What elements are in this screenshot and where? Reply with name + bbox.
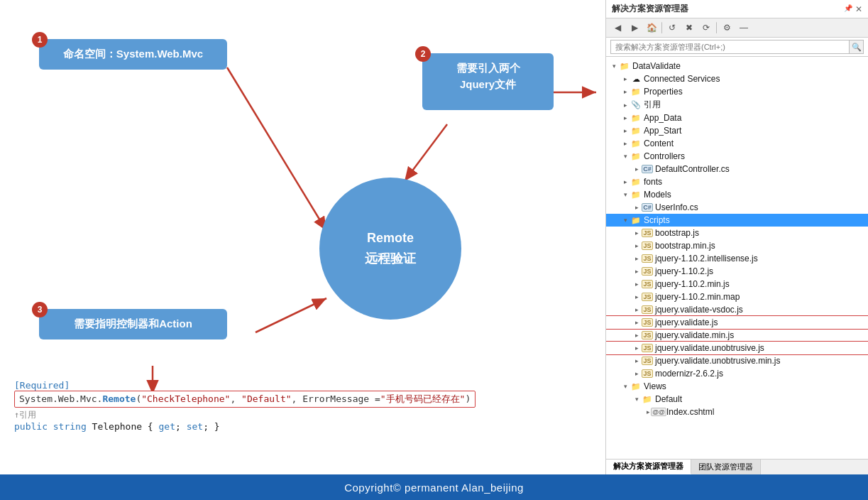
item-icon: C# (642, 163, 653, 175)
tree-item[interactable]: ▸📁fonts (606, 175, 868, 188)
annotation-box-1: 1 命名空间：System.Web.Mvc (39, 39, 227, 70)
tree-item[interactable]: ▸C#UserInfo.cs (606, 201, 868, 214)
toolbar-back-btn[interactable]: ◀ (610, 21, 625, 35)
pin-icon[interactable]: 📌 (844, 4, 852, 14)
code-required: [Required] (14, 380, 476, 391)
tree-expander[interactable]: ▸ (632, 240, 642, 251)
code-line: System.Web.Mvc.Remote("CheckTelephone", … (14, 391, 476, 408)
tree-item[interactable]: ▾📁Default (606, 393, 868, 406)
tree-expander[interactable]: ▸ (632, 355, 642, 366)
tree-expander[interactable]: ▸ (632, 227, 642, 239)
tree-expander[interactable]: ▸ (620, 138, 630, 149)
tree-item[interactable]: ▸📁Properties (606, 85, 868, 98)
close-panel-icon[interactable]: ✕ (855, 4, 862, 14)
tree-expander[interactable]: ▸ (632, 330, 642, 341)
search-icon-btn[interactable]: 🔍 (850, 40, 864, 54)
annotation-box-3: 3 需要指明控制器和Action (39, 309, 227, 339)
panel-title: 解决方案资源管理器 (612, 3, 688, 15)
tree-expander[interactable]: ▸ (620, 73, 630, 85)
code-sub: ↑引用 (14, 409, 476, 421)
tree-item[interactable]: ▸📁App_Data (606, 112, 868, 124)
tree-item[interactable]: ▸JSjquery.validate.js (606, 316, 868, 329)
tree-item[interactable]: ▸📁App_Start (606, 124, 868, 137)
tree-item-label: jquery.validate.js (655, 317, 718, 327)
solution-panel: 解决方案资源管理器 📌 ✕ ◀ ▶ 🏠 ↺ ✖ ⟳ ⚙ — (605, 0, 868, 474)
tree-item[interactable]: ▸JSjquery.validate.unobtrusive.js (606, 342, 868, 354)
tree-item[interactable]: ▸JSjquery-1.10.2.intellisense.js (606, 252, 868, 265)
tree-expander[interactable]: ▾ (620, 381, 630, 392)
tree-expander[interactable]: ▸ (632, 202, 642, 213)
badge-3: 3 (32, 302, 48, 317)
tree-expander[interactable]: ▸ (620, 176, 630, 188)
tree-item-label: Views (644, 381, 666, 391)
tree-item[interactable]: ▸JSjquery-1.10.2.js (606, 265, 868, 278)
tree-item-label: DefaultController.cs (655, 164, 730, 174)
tree-item[interactable]: ▸📁Content (606, 137, 868, 150)
tree-expander[interactable]: ▸ (620, 112, 630, 124)
tree-expander[interactable]: ▸ (632, 291, 642, 303)
tree-item[interactable]: ▸JSjquery-1.10.2.min.map (606, 290, 868, 303)
tree-item[interactable]: ▾📁Scripts (606, 214, 868, 227)
toolbar-stop-btn[interactable]: ✖ (682, 21, 696, 35)
toolbar-gear-btn[interactable]: ⚙ (720, 21, 734, 35)
tree-item-label: Properties (644, 87, 683, 97)
toolbar-refresh-btn[interactable]: ↺ (665, 21, 679, 35)
tree-area[interactable]: ▾📁DataValidate▸☁Connected Services▸📁Prop… (606, 57, 868, 459)
panel-title-icons: 📌 ✕ (844, 4, 862, 14)
toolbar-minus-btn[interactable]: — (737, 21, 751, 35)
tree-item[interactable]: ▸☁Connected Services (606, 72, 868, 85)
tree-item-label: UserInfo.cs (655, 202, 698, 212)
tree-expander[interactable]: ▾ (620, 214, 630, 226)
tree-item-label: 引用 (644, 99, 661, 111)
tree-expander[interactable]: ▸ (632, 317, 642, 328)
tree-expander[interactable]: ▸ (632, 253, 642, 264)
tree-expander[interactable]: ▸ (632, 368, 642, 379)
tree-expander[interactable]: ▾ (609, 60, 619, 72)
item-icon: 📁 (630, 176, 642, 188)
item-icon: JS (642, 266, 653, 277)
tree-expander[interactable]: ▾ (620, 151, 630, 162)
item-icon: 📁 (630, 381, 642, 392)
tab-team-explorer[interactable]: 团队资源管理器 (691, 460, 761, 474)
tree-item[interactable]: ▸@@Index.cshtml (606, 406, 868, 418)
tree-item-label: jquery.validate.unobtrusive.js (655, 343, 764, 353)
tree-item[interactable]: ▸JSbootstrap.js (606, 227, 868, 239)
tree-item-label: jquery-1.10.2.min.map (655, 292, 740, 302)
tree-expander[interactable]: ▾ (632, 393, 642, 405)
tree-expander[interactable]: ▸ (632, 278, 642, 290)
item-icon: @@ (653, 406, 664, 418)
toolbar-sync-btn[interactable]: ⟳ (699, 21, 713, 35)
tree-item-label: jquery-1.10.2.js (655, 266, 713, 276)
tree-item[interactable]: ▸📎引用 (606, 98, 868, 112)
panel-toolbar: ◀ ▶ 🏠 ↺ ✖ ⟳ ⚙ — (606, 18, 868, 38)
tree-item-label: App_Start (644, 126, 681, 136)
item-icon: 📁 (630, 138, 642, 149)
tree-item[interactable]: ▾📁Views (606, 380, 868, 393)
tree-item[interactable]: ▸JSjquery.validate-vsdoc.js (606, 303, 868, 316)
toolbar-forward-btn[interactable]: ▶ (627, 21, 642, 35)
toolbar-home-btn[interactable]: 🏠 (644, 21, 659, 35)
tree-item[interactable]: ▸JSbootstrap.min.js (606, 239, 868, 252)
tree-expander[interactable]: ▸ (632, 304, 642, 315)
tab-solution-explorer[interactable]: 解决方案资源管理器 (606, 460, 691, 474)
tree-expander[interactable]: ▸ (632, 163, 642, 175)
tree-item[interactable]: ▸JSmodernizr-2.6.2.js (606, 367, 868, 380)
tree-expander[interactable]: ▸ (620, 99, 630, 111)
tree-item-label: Default (655, 394, 682, 404)
tree-item[interactable]: ▾📁DataValidate (606, 60, 868, 72)
tree-item[interactable]: ▸C#DefaultController.cs (606, 163, 868, 175)
search-input[interactable] (610, 40, 850, 54)
tree-expander[interactable]: ▸ (620, 86, 630, 97)
tree-expander[interactable]: ▸ (620, 125, 630, 136)
tree-expander[interactable]: ▸ (632, 342, 642, 354)
code-prefix: System.Web.Mvc. (19, 393, 102, 404)
tree-item[interactable]: ▾📁Controllers (606, 150, 868, 163)
tree-expander[interactable]: ▸ (632, 266, 642, 277)
tree-item[interactable]: ▸JSjquery.validate.min.js (606, 329, 868, 342)
tree-item[interactable]: ▸JSjquery.validate.unobtrusive.min.js (606, 354, 868, 367)
tree-item[interactable]: ▸JSjquery-1.10.2.min.js (606, 278, 868, 290)
tree-expander[interactable]: ▾ (620, 189, 630, 200)
tree-item[interactable]: ▾📁Models (606, 188, 868, 201)
svg-line-4 (256, 298, 326, 332)
diagram-area: 1 命名空间：System.Web.Mvc 2 需要引入两个 Jquery文件 … (0, 0, 605, 474)
